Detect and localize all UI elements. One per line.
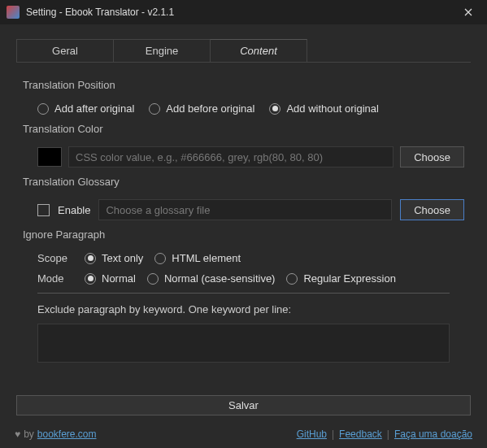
tabs: Geral Engine Content (0, 24, 487, 62)
titlebar-left: Setting - Ebook Translator - v2.1.1 (7, 6, 174, 19)
heart-icon: ♥ (15, 428, 20, 440)
radio-icon (85, 253, 96, 264)
glossary-row: Enable Choose (37, 199, 464, 220)
position-title: Translation Position (23, 79, 464, 91)
enable-checkbox[interactable] (37, 204, 50, 216)
titlebar: Setting - Ebook Translator - v2.1.1 (0, 0, 487, 24)
donate-link[interactable]: Faça uma doação (394, 428, 472, 440)
glossary-title: Translation Glossary (23, 176, 464, 188)
footer: ♥ by bookfere.com GitHub | Feedback | Fa… (0, 422, 487, 448)
app-icon (7, 6, 20, 19)
radio-add-without[interactable]: Add without original (269, 102, 378, 115)
ignore-section: Ignore Paragraph Scope Text only HTML el… (23, 228, 464, 363)
radio-mode-regex[interactable]: Regular Expression (286, 272, 395, 285)
exclude-label: Exclude paragraph by keyword. One keywor… (37, 303, 464, 315)
tab-geral[interactable]: Geral (16, 39, 114, 62)
radio-label: Add after original (54, 102, 134, 115)
ignore-title: Ignore Paragraph (23, 228, 464, 241)
footer-site-link[interactable]: bookfere.com (37, 428, 97, 440)
radio-icon (85, 273, 96, 285)
radio-label: Normal (case-sensitive) (164, 272, 276, 285)
feedback-link[interactable]: Feedback (339, 428, 382, 440)
save-row: Salvar (0, 389, 487, 422)
radio-icon (37, 103, 49, 115)
radio-label: Normal (102, 272, 136, 285)
mode-label: Mode (37, 272, 73, 285)
radio-scope-html[interactable]: HTML element (154, 252, 241, 264)
radio-add-after[interactable]: Add after original (37, 102, 134, 115)
close-button[interactable] (450, 0, 487, 24)
save-button[interactable]: Salvar (16, 395, 471, 415)
tab-engine[interactable]: Engine (113, 39, 211, 62)
color-title: Translation Color (23, 123, 464, 135)
divider (37, 293, 450, 294)
footer-by: by (24, 428, 34, 440)
radio-add-before[interactable]: Add before original (149, 102, 254, 115)
position-options: Add after original Add before original A… (37, 102, 464, 115)
content-panel: Translation Position Add after original … (0, 63, 487, 389)
color-row: Choose (37, 146, 464, 167)
color-swatch[interactable] (37, 147, 62, 167)
radio-icon (286, 273, 298, 285)
footer-left: ♥ by bookfere.com (15, 428, 97, 440)
window-title: Setting - Ebook Translator - v2.1.1 (26, 7, 174, 18)
close-icon (464, 8, 472, 16)
radio-icon (154, 253, 166, 264)
mode-row: Mode Normal Normal (case-sensitive) Regu… (37, 272, 464, 285)
radio-label: Add before original (166, 102, 254, 115)
color-choose-button[interactable]: Choose (400, 146, 464, 167)
footer-right: GitHub | Feedback | Faça uma doação (297, 428, 472, 440)
window-body: Geral Engine Content Translation Positio… (0, 24, 487, 448)
github-link[interactable]: GitHub (297, 428, 327, 440)
exclude-textarea[interactable] (37, 324, 450, 363)
enable-label: Enable (58, 204, 90, 216)
tab-content[interactable]: Content (210, 39, 307, 62)
separator: | (387, 428, 389, 440)
color-input[interactable] (68, 146, 394, 167)
glossary-input[interactable] (98, 199, 392, 220)
radio-icon (149, 103, 160, 115)
scope-label: Scope (37, 252, 73, 264)
radio-label: Add without original (286, 102, 378, 115)
scope-row: Scope Text only HTML element (37, 252, 464, 264)
radio-label: Text only (102, 252, 143, 264)
radio-mode-case[interactable]: Normal (case-sensitive) (147, 272, 276, 285)
radio-icon (269, 103, 280, 115)
radio-icon (147, 273, 159, 285)
separator: | (332, 428, 334, 440)
radio-label: HTML element (172, 252, 241, 264)
radio-label: Regular Expression (303, 272, 395, 285)
glossary-choose-button[interactable]: Choose (400, 199, 464, 220)
radio-scope-text[interactable]: Text only (85, 252, 143, 264)
radio-mode-normal[interactable]: Normal (85, 272, 136, 285)
